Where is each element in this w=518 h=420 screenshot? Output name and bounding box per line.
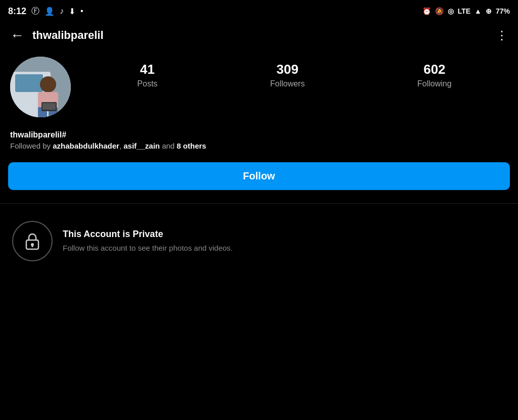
- svg-rect-11: [32, 245, 33, 247]
- follow-button-wrapper: Follow: [0, 158, 518, 198]
- person-add-icon: 👤: [45, 7, 55, 16]
- profile-info: thwalibparelil# Followed by azhababdulkh…: [0, 125, 518, 158]
- alarm-icon: ⏰: [422, 7, 431, 15]
- status-left: 8:12 Ⓕ 👤 ♪ ⬇ •: [8, 6, 83, 17]
- private-account-title: This Account is Private: [63, 229, 506, 240]
- following-count: 602: [423, 62, 445, 77]
- facebook-icon: Ⓕ: [31, 6, 39, 17]
- lock-icon: [22, 231, 42, 251]
- top-nav: ← thwalibparelil ⋮: [0, 22, 518, 49]
- profile-section: 41 Posts 309 Followers 602 Following: [0, 49, 518, 125]
- followers-label: Followers: [270, 79, 305, 88]
- posts-stat[interactable]: 41 Posts: [137, 62, 157, 88]
- avatar: [10, 57, 71, 117]
- follower-1[interactable]: azhababdulkhader: [53, 142, 119, 150]
- private-account-description: Follow this account to see their photos …: [63, 243, 506, 253]
- battery-add-icon: ⊕: [486, 7, 492, 15]
- lock-icon-wrapper: [12, 221, 53, 261]
- private-account-section: This Account is Private Follow this acco…: [0, 209, 518, 273]
- follow-button[interactable]: Follow: [8, 162, 510, 190]
- more-options-button[interactable]: ⋮: [496, 28, 508, 42]
- page-title: thwalibparelil: [32, 29, 496, 42]
- following-stat[interactable]: 602 Following: [417, 62, 452, 88]
- wifi-icon: ◎: [448, 7, 454, 15]
- avatar-image: [10, 57, 71, 117]
- download-icon: ⬇: [69, 7, 75, 16]
- status-right: ⏰ 🔕 ◎ LTE ▲ ⊕ 77%: [422, 7, 510, 15]
- followed-by-text: Followed by azhababdulkhader, asif__zain…: [10, 142, 508, 150]
- private-text-block: This Account is Private Follow this acco…: [63, 229, 506, 253]
- others-count[interactable]: 8 others: [177, 142, 206, 150]
- profile-handle: thwalibparelil#: [10, 130, 508, 139]
- follower-2[interactable]: asif__zain: [123, 142, 160, 150]
- followed-by-prefix: Followed by: [10, 142, 53, 150]
- and-others-text: and: [160, 142, 177, 150]
- followers-stat[interactable]: 309 Followers: [270, 62, 305, 88]
- dot-icon: •: [80, 7, 83, 16]
- battery-percent: 77%: [496, 7, 510, 15]
- status-bar: 8:12 Ⓕ 👤 ♪ ⬇ • ⏰ 🔕 ◎ LTE ▲ ⊕ 77%: [0, 0, 518, 22]
- lte-label: LTE: [458, 7, 470, 15]
- posts-count: 41: [140, 62, 155, 77]
- signal-bars-icon: ▲: [474, 7, 482, 15]
- comma-separator: ,: [119, 142, 123, 150]
- followers-count: 309: [277, 62, 298, 77]
- tiktok-icon: ♪: [60, 7, 64, 16]
- svg-point-3: [40, 76, 56, 92]
- svg-rect-2: [15, 74, 43, 92]
- following-label: Following: [417, 79, 452, 88]
- notification-icon: 🔕: [435, 7, 444, 15]
- posts-label: Posts: [137, 79, 157, 88]
- svg-rect-8: [42, 103, 56, 110]
- section-divider: [0, 203, 518, 204]
- back-button[interactable]: ←: [10, 28, 24, 42]
- status-time: 8:12: [8, 6, 26, 17]
- stats-container: 41 Posts 309 Followers 602 Following: [81, 57, 508, 88]
